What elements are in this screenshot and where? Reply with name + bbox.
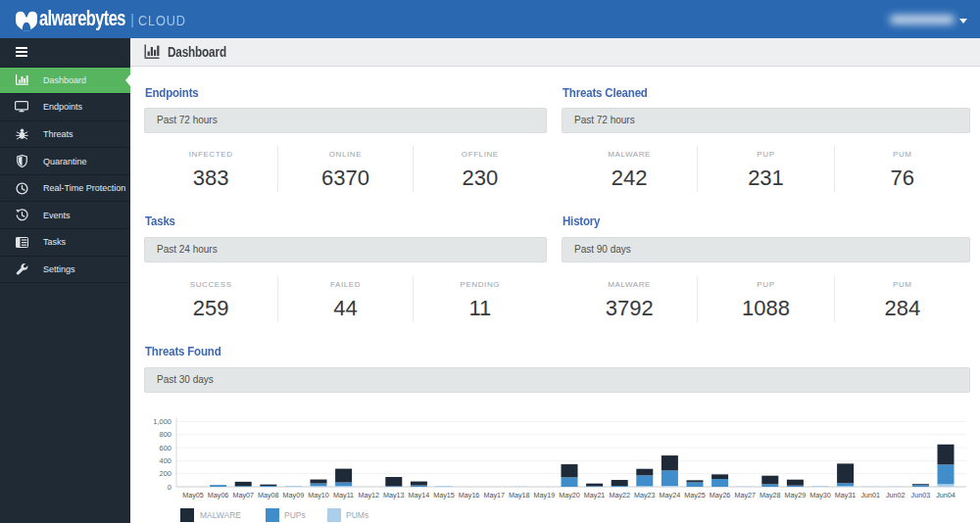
svg-text:Jun01: Jun01: [860, 491, 880, 499]
svg-text:May21: May21: [584, 491, 606, 499]
svg-text:May05: May05: [182, 491, 204, 499]
svg-text:May29: May29: [785, 491, 807, 499]
svg-text:May15: May15: [433, 491, 455, 499]
svg-text:May20: May20: [559, 491, 580, 499]
svg-text:May16: May16: [459, 491, 480, 499]
svg-text:0: 0: [168, 483, 172, 492]
svg-text:May24: May24: [660, 491, 681, 499]
svg-text:May18: May18: [509, 491, 530, 499]
svg-text:200: 200: [159, 469, 172, 478]
svg-text:May26: May26: [710, 491, 731, 499]
svg-text:May30: May30: [809, 491, 831, 499]
svg-text:600: 600: [159, 444, 172, 452]
svg-text:May31: May31: [835, 491, 857, 499]
svg-text:1,000: 1,000: [153, 417, 172, 426]
svg-text:Jun04: Jun04: [936, 491, 956, 499]
svg-text:May09: May09: [283, 491, 305, 499]
svg-text:May14: May14: [409, 491, 430, 499]
svg-text:May25: May25: [684, 491, 706, 499]
svg-text:May12: May12: [358, 491, 379, 499]
svg-text:400: 400: [159, 456, 172, 465]
svg-text:May17: May17: [483, 491, 505, 499]
svg-text:800: 800: [159, 430, 172, 439]
svg-text:May22: May22: [609, 491, 630, 499]
svg-text:Jun03: Jun03: [911, 491, 931, 499]
svg-text:May10: May10: [308, 491, 329, 499]
svg-text:May06: May06: [208, 491, 229, 499]
svg-text:May11: May11: [333, 491, 354, 499]
svg-text:May28: May28: [760, 491, 781, 499]
svg-text:May07: May07: [232, 491, 254, 499]
svg-text:May19: May19: [534, 491, 556, 499]
svg-text:May08: May08: [258, 491, 279, 499]
svg-text:Jun02: Jun02: [886, 491, 906, 499]
svg-text:May27: May27: [734, 491, 756, 499]
svg-text:May23: May23: [634, 491, 656, 499]
svg-text:May13: May13: [383, 491, 405, 499]
